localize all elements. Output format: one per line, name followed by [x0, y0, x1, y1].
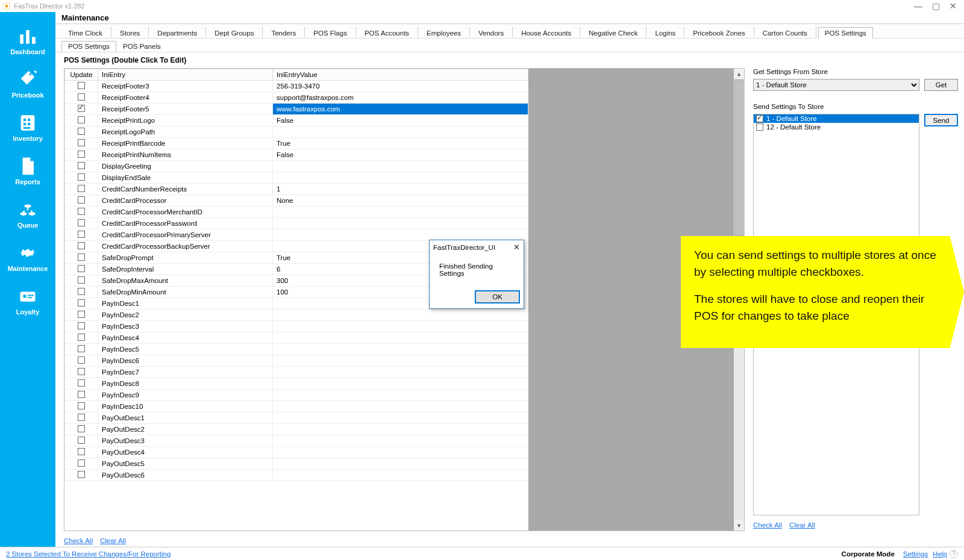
update-checkbox[interactable] [78, 82, 85, 89]
table-row[interactable]: PayInDesc6 [65, 355, 528, 367]
tab-negative-check[interactable]: Negative Check [582, 27, 644, 39]
scroll-thumb[interactable] [734, 79, 743, 236]
send-button[interactable]: Send [924, 114, 958, 126]
dialog-close-icon[interactable]: ✕ [513, 243, 520, 252]
update-checkbox[interactable] [78, 402, 85, 409]
tab-carton-counts[interactable]: Carton Counts [756, 27, 814, 39]
col-value[interactable]: IniEntryValue [273, 69, 528, 81]
update-checkbox[interactable] [78, 93, 85, 101]
table-row[interactable]: PayOutDesc3 [65, 435, 528, 447]
col-update[interactable]: Update [65, 69, 98, 81]
update-checkbox[interactable] [78, 162, 85, 169]
table-row[interactable]: PayOutDesc4 [65, 447, 528, 458]
sidebar-item-loyalty[interactable]: Loyalty [0, 281, 55, 324]
help-icon[interactable]: ? [950, 550, 958, 558]
update-checkbox[interactable] [78, 311, 85, 318]
tab-logins[interactable]: Logins [648, 27, 682, 39]
update-checkbox[interactable] [78, 151, 85, 158]
update-checkbox[interactable] [78, 208, 85, 215]
status-settings-link[interactable]: Settings [903, 550, 928, 558]
update-checkbox[interactable] [78, 334, 85, 341]
table-row[interactable]: ReceiptLogoPath [65, 126, 528, 138]
right-clear-all-link[interactable]: Clear All [789, 521, 815, 529]
tab-employees[interactable]: Employees [420, 27, 468, 39]
update-checkbox[interactable] [78, 425, 85, 432]
sidebar-item-queue[interactable]: Queue [0, 194, 55, 237]
get-store-select[interactable]: 1 - Default Store [753, 79, 919, 91]
update-checkbox[interactable] [78, 448, 85, 455]
update-checkbox[interactable] [78, 231, 85, 238]
tab-pos-accounts[interactable]: POS Accounts [358, 27, 416, 39]
tab-pos-flags[interactable]: POS Flags [307, 27, 354, 39]
sidebar-item-dashboard[interactable]: Dashboard [0, 20, 55, 64]
table-row[interactable]: PayOutDesc6 [65, 470, 528, 481]
update-checkbox[interactable] [78, 391, 85, 398]
get-button[interactable]: Get [924, 79, 958, 91]
table-row[interactable]: CreditCardProcessorPrimaryServer [65, 229, 528, 241]
update-checkbox[interactable] [78, 173, 85, 181]
table-row[interactable]: PayOutDesc2 [65, 424, 528, 435]
left-clear-all-link[interactable]: Clear All [100, 537, 126, 544]
scroll-up-icon[interactable]: ▴ [734, 69, 744, 79]
col-inientry[interactable]: IniEntry [98, 69, 273, 81]
sidebar-item-inventory[interactable]: Inventory [0, 107, 55, 151]
table-row[interactable]: PayInDesc5 [65, 344, 528, 355]
table-row[interactable]: ReceiptFooter4support@fastraxpos.com [65, 92, 528, 104]
update-checkbox[interactable] [78, 196, 85, 204]
update-checkbox[interactable] [78, 414, 85, 421]
update-checkbox[interactable] [78, 437, 85, 444]
table-row[interactable]: ReceiptPrintNumItemsFalse [65, 149, 528, 161]
scroll-down-icon[interactable]: ▾ [734, 520, 744, 530]
update-checkbox[interactable] [78, 288, 85, 295]
status-stores-link[interactable]: 2 Stores Selected To Receive Changes/For… [6, 550, 171, 558]
sidebar-item-reports[interactable]: Reports [0, 151, 55, 194]
update-checkbox[interactable] [78, 139, 85, 146]
store-checkbox[interactable] [756, 123, 763, 131]
tab-pos-settings[interactable]: POS Settings [818, 27, 873, 39]
maximize-button[interactable]: ▢ [932, 1, 940, 11]
table-row[interactable]: CreditCardProcessorMerchantID [65, 207, 528, 218]
tab-tenders[interactable]: Tenders [264, 27, 302, 39]
table-row[interactable]: PayInDesc7 [65, 367, 528, 378]
table-row[interactable]: PayInDesc4 [65, 332, 528, 344]
table-row[interactable]: DisplayEndSale [65, 172, 528, 184]
table-row[interactable]: ReceiptFooter3256-319-3470 [65, 81, 528, 92]
sidebar-item-pricebook[interactable]: Pricebook [0, 64, 55, 107]
table-row[interactable]: ReceiptPrintBarcodeTrue [65, 138, 528, 149]
sidebar-item-maintenance[interactable]: Maintenance [0, 237, 55, 281]
tab-departments[interactable]: Departments [151, 27, 204, 39]
update-checkbox[interactable] [78, 345, 85, 352]
update-checkbox[interactable] [78, 356, 85, 364]
table-row[interactable]: DisplayGreeting [65, 161, 528, 172]
table-row[interactable]: PayOutDesc5 [65, 458, 528, 470]
store-checkbox[interactable] [756, 115, 763, 122]
table-row[interactable]: ReceiptPrintLogoFalse [65, 115, 528, 126]
tab-time-clock[interactable]: Time Clock [61, 27, 109, 39]
update-checkbox[interactable] [78, 116, 85, 123]
status-help-link[interactable]: Help [933, 550, 947, 558]
right-check-all-link[interactable]: Check All [753, 521, 782, 529]
table-row[interactable]: PayInDesc10 [65, 401, 528, 412]
tab-pricebook-zones[interactable]: Pricebook Zones [686, 27, 751, 39]
update-checkbox[interactable] [78, 219, 85, 226]
store-list-item[interactable]: 12 - Default Store [754, 123, 919, 131]
update-checkbox[interactable] [78, 105, 85, 112]
update-checkbox[interactable] [78, 242, 85, 249]
table-row[interactable]: ReceiptFooter5www.fastraxpos.com [65, 104, 528, 115]
tab-vendors[interactable]: Vendors [472, 27, 510, 39]
update-checkbox[interactable] [78, 254, 85, 261]
update-checkbox[interactable] [78, 459, 85, 467]
subtab-pos-settings[interactable]: POS Settings [61, 41, 116, 52]
minimize-button[interactable]: — [914, 1, 922, 11]
tab-dept-groups[interactable]: Dept Groups [208, 27, 260, 39]
left-check-all-link[interactable]: Check All [64, 537, 93, 544]
tab-stores[interactable]: Stores [113, 27, 146, 39]
update-checkbox[interactable] [78, 379, 85, 387]
table-row[interactable]: CreditCardProcessorPassword [65, 218, 528, 229]
close-button[interactable]: ✕ [950, 1, 957, 11]
update-checkbox[interactable] [78, 185, 85, 192]
update-checkbox[interactable] [78, 471, 85, 478]
update-checkbox[interactable] [78, 276, 85, 284]
update-checkbox[interactable] [78, 299, 85, 306]
store-list-item[interactable]: 1 - Default Store [754, 114, 919, 123]
